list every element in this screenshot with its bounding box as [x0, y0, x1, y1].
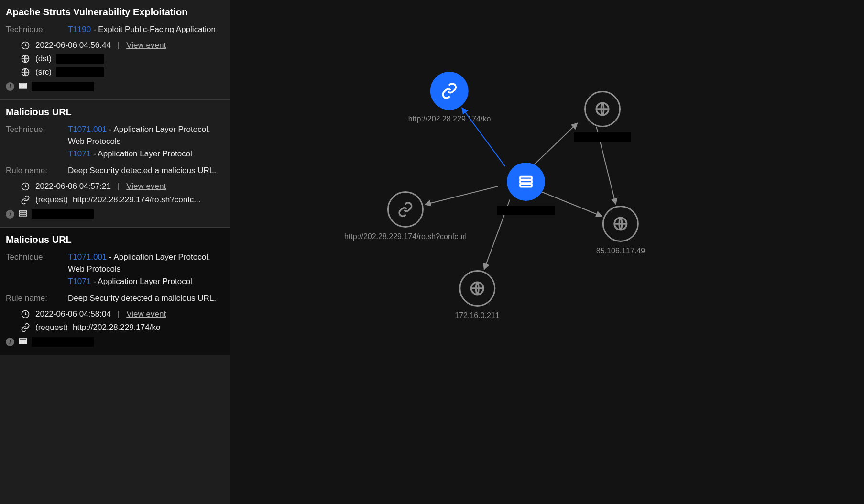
server-icon: [517, 173, 535, 190]
graph-node-url_ko[interactable]: http://202.28.229.174/ko: [408, 72, 491, 123]
node-circle[interactable]: [387, 191, 424, 228]
clock-icon: [20, 41, 31, 50]
node-circle[interactable]: [584, 91, 621, 127]
clock-icon: [20, 309, 31, 319]
clock-icon: [20, 182, 31, 191]
rule-row: Rule name:Deep Security detected a malic…: [6, 292, 224, 305]
svg-rect-11: [20, 339, 27, 340]
node-circle[interactable]: [602, 206, 639, 242]
redacted-host: [32, 82, 94, 91]
info-icon[interactable]: i: [6, 338, 14, 346]
app-root: Apache Struts Vulnerability Exploitation…: [0, 0, 864, 504]
meta-prefix: (dst): [35, 54, 52, 64]
node-circle[interactable]: [459, 270, 495, 307]
svg-rect-5: [20, 87, 27, 88]
technique-id[interactable]: T1071.001: [68, 125, 107, 134]
graph-node-center[interactable]: [497, 163, 555, 215]
graph-node-globe_br[interactable]: 85.106.117.49: [596, 206, 645, 255]
info-icon[interactable]: i: [6, 82, 14, 91]
svg-rect-8: [20, 213, 27, 214]
meta-value: http://202.28.229.174/ro.sh?confc...: [73, 195, 200, 205]
view-event-link[interactable]: View event: [126, 309, 166, 319]
server-icon: [18, 208, 28, 220]
technique-label: Technique:: [6, 123, 68, 160]
node-label: 172.16.0.211: [455, 311, 499, 320]
technique-id[interactable]: T1071.001: [68, 252, 107, 262]
technique-value: T1190 - Exploit Public-Facing Applicatio…: [68, 23, 224, 36]
redacted-value: [56, 67, 104, 77]
technique-id[interactable]: T1071: [68, 149, 91, 158]
redacted-host: [32, 337, 94, 347]
globe-icon: [20, 67, 31, 77]
link-icon: [20, 195, 31, 205]
rule-label: Rule name:: [6, 292, 68, 305]
svg-rect-7: [20, 211, 27, 212]
technique-value: T1071.001 - Application Layer Protocol. …: [68, 123, 224, 160]
meta-prefix: (request): [35, 323, 68, 332]
svg-rect-22: [520, 184, 532, 187]
event-card[interactable]: Malicious URLTechnique:T1071.001 - Appli…: [0, 228, 230, 355]
rule-value: Deep Security detected a malicious URL.: [68, 164, 224, 177]
rule-value: Deep Security detected a malicious URL.: [68, 292, 224, 305]
svg-rect-21: [520, 180, 532, 183]
node-label-redacted: [574, 132, 631, 142]
graph-panel[interactable]: http://202.28.229.174/kohttp://202.28.22…: [230, 0, 864, 504]
node-circle[interactable]: [430, 72, 469, 110]
svg-line-16: [530, 123, 578, 168]
technique-label: Technique:: [6, 251, 68, 288]
node-label-redacted: [497, 206, 555, 215]
link-icon: [20, 323, 31, 332]
meta-value: http://202.28.229.174/ko: [73, 323, 160, 332]
svg-rect-13: [20, 342, 27, 344]
view-event-link[interactable]: View event: [126, 41, 166, 50]
link-icon: [397, 201, 414, 218]
graph-node-globe_bot[interactable]: 172.16.0.211: [455, 270, 499, 320]
timestamp: 2022-06-06 04:57:21: [35, 182, 111, 191]
technique-id[interactable]: T1190: [68, 25, 91, 34]
svg-rect-3: [20, 83, 27, 85]
timestamp: 2022-06-06 04:58:04: [35, 309, 111, 319]
event-title: Malicious URL: [6, 234, 224, 245]
technique-label: Technique:: [6, 23, 68, 36]
event-card[interactable]: Apache Struts Vulnerability Exploitation…: [0, 0, 230, 100]
graph-edges: [230, 0, 864, 504]
node-label: 85.106.117.49: [596, 247, 645, 255]
view-event-link[interactable]: View event: [126, 182, 166, 191]
node-label: http://202.28.229.174/ro.sh?confcurl: [344, 232, 467, 241]
server-icon: [18, 336, 28, 348]
technique-row: Technique:T1071.001 - Application Layer …: [6, 123, 224, 160]
meta-row: (dst): [20, 54, 224, 64]
technique-row: Technique:T1190 - Exploit Public-Facing …: [6, 23, 224, 36]
link-icon: [441, 82, 458, 99]
graph-node-url_ro[interactable]: http://202.28.229.174/ro.sh?confcurl: [344, 191, 467, 241]
info-icon[interactable]: i: [6, 210, 14, 219]
timestamp-row: 2022-06-06 04:57:21|View event: [20, 182, 224, 191]
globe-icon: [469, 280, 485, 296]
globe-icon: [20, 54, 31, 64]
footer-row: i: [6, 336, 224, 348]
technique-id[interactable]: T1071: [68, 277, 91, 286]
node-label: http://202.28.229.174/ko: [408, 115, 491, 123]
rule-row: Rule name:Deep Security detected a malic…: [6, 164, 224, 177]
meta-prefix: (request): [35, 195, 68, 205]
svg-rect-20: [520, 177, 532, 180]
meta-row: (src): [20, 67, 224, 77]
footer-row: i: [6, 81, 224, 93]
svg-rect-9: [20, 215, 27, 216]
meta-row: (request)http://202.28.229.174/ko: [20, 323, 224, 332]
footer-row: i: [6, 208, 224, 220]
svg-rect-12: [20, 340, 27, 342]
server-icon: [18, 81, 28, 93]
timestamp-row: 2022-06-06 04:56:44|View event: [20, 41, 224, 50]
technique-value: T1071.001 - Application Layer Protocol. …: [68, 251, 224, 288]
event-card[interactable]: Malicious URLTechnique:T1071.001 - Appli…: [0, 100, 230, 228]
event-sidebar[interactable]: Apache Struts Vulnerability Exploitation…: [0, 0, 230, 504]
globe-icon: [612, 216, 629, 232]
event-title: Malicious URL: [6, 107, 224, 118]
meta-row: (request)http://202.28.229.174/ro.sh?con…: [20, 195, 224, 205]
graph-node-globe_tr[interactable]: [574, 91, 631, 142]
globe-icon: [594, 101, 611, 117]
meta-prefix: (src): [35, 67, 52, 77]
node-circle[interactable]: [507, 163, 545, 201]
redacted-host: [32, 209, 94, 219]
